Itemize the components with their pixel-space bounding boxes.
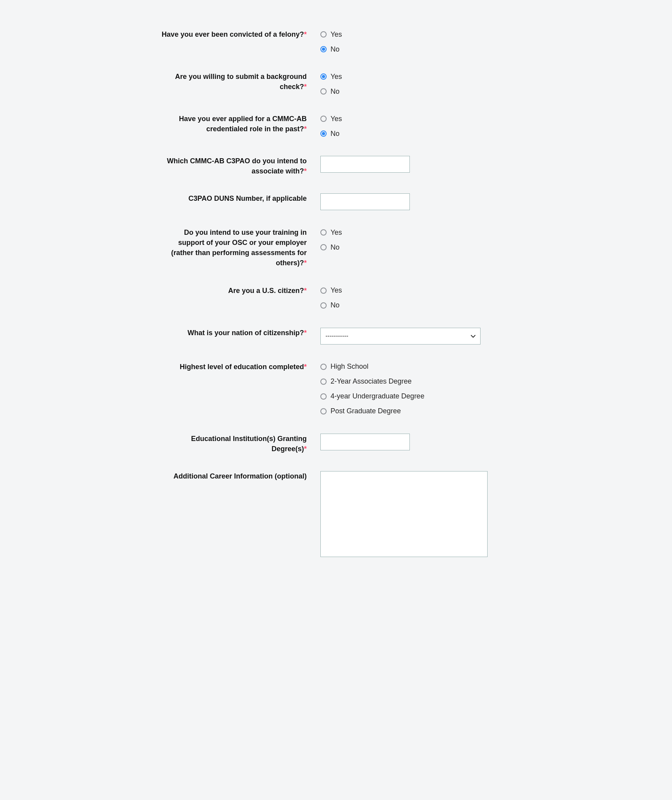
input-wrap-citizenship: ----------- [307, 328, 514, 345]
label-prior-cmmc: Have you ever applied for a CMMC-AB cred… [158, 114, 307, 134]
radio-label: 4-year Undergraduate Degree [331, 392, 424, 400]
row-us-citizen: Are you a U.S. citizen?* Yes No [158, 286, 514, 311]
radio-label: No [331, 130, 340, 138]
duns-input[interactable] [320, 193, 410, 210]
row-training-use: Do you intend to use your training in su… [158, 227, 514, 268]
required-mark: * [304, 363, 307, 371]
radio-icon [320, 31, 327, 38]
radio-label: High School [331, 362, 368, 371]
options-background-check: Yes No [307, 71, 514, 96]
options-felony: Yes No [307, 29, 514, 54]
select-value: ----------- [325, 332, 349, 339]
options-education-level: High School 2-Year Associates Degree 4-y… [307, 362, 514, 416]
row-c3pao: Which CMMC-AB C3PAO do you intend to ass… [158, 156, 514, 176]
radio-icon [320, 302, 327, 309]
required-mark: * [304, 83, 307, 91]
radio-label: No [331, 88, 340, 96]
radio-label: Yes [331, 286, 342, 295]
label-text: Highest level of education completed [180, 363, 304, 371]
label-duns: C3PAO DUNS Number, if applicable [158, 193, 307, 204]
radio-yes[interactable]: Yes [320, 114, 514, 124]
radio-postgraduate[interactable]: Post Graduate Degree [320, 406, 514, 416]
label-additional-info: Additional Career Information (optional) [158, 471, 307, 481]
radio-icon [320, 364, 327, 370]
row-prior-cmmc: Have you ever applied for a CMMC-AB cred… [158, 114, 514, 139]
radio-label: Yes [331, 115, 342, 123]
row-duns: C3PAO DUNS Number, if applicable [158, 193, 514, 210]
c3pao-input[interactable] [320, 156, 410, 173]
label-text: Have you ever been convicted of a felony… [162, 30, 304, 38]
row-citizenship: What is your nation of citizenship?* ---… [158, 328, 514, 345]
radio-icon [320, 229, 327, 236]
row-felony: Have you ever been convicted of a felony… [158, 29, 514, 54]
required-mark: * [304, 287, 307, 295]
radio-label: Post Graduate Degree [331, 407, 401, 415]
label-text: Educational Institution(s) Granting Degr… [191, 435, 307, 453]
required-mark: * [304, 445, 307, 453]
radio-icon [320, 88, 327, 95]
label-text: Are you willing to submit a background c… [175, 73, 307, 91]
radio-icon [320, 393, 327, 400]
radio-yes[interactable]: Yes [320, 71, 514, 82]
radio-no[interactable]: No [320, 129, 514, 139]
radio-label: No [331, 301, 340, 309]
label-background-check: Are you willing to submit a background c… [158, 71, 307, 92]
label-text: Which CMMC-AB C3PAO do you intend to ass… [167, 157, 307, 175]
radio-label: Yes [331, 73, 342, 81]
required-mark: * [304, 167, 307, 175]
options-training-use: Yes No [307, 227, 514, 252]
label-text: Are you a U.S. citizen? [228, 287, 304, 295]
radio-no[interactable]: No [320, 86, 514, 96]
radio-icon [320, 130, 327, 137]
radio-icon [320, 46, 327, 52]
label-text: Do you intend to use your training in su… [171, 229, 307, 267]
label-education-level: Highest level of education completed* [158, 362, 307, 372]
label-citizenship: What is your nation of citizenship?* [158, 328, 307, 338]
row-education-level: Highest level of education completed* Hi… [158, 362, 514, 416]
radio-yes[interactable]: Yes [320, 286, 514, 296]
input-wrap-additional-info [307, 471, 514, 559]
radio-associates[interactable]: 2-Year Associates Degree [320, 377, 514, 387]
radio-label: No [331, 243, 340, 252]
radio-label: No [331, 45, 340, 54]
additional-info-textarea[interactable] [320, 471, 488, 557]
label-felony: Have you ever been convicted of a felony… [158, 29, 307, 39]
radio-icon [320, 244, 327, 250]
input-wrap-duns [307, 193, 514, 210]
chevron-down-icon [471, 333, 475, 339]
radio-high-school[interactable]: High School [320, 362, 514, 372]
required-mark: * [304, 125, 307, 133]
label-text: Additional Career Information (optional) [173, 472, 307, 480]
radio-no[interactable]: No [320, 300, 514, 311]
options-us-citizen: Yes No [307, 286, 514, 311]
options-prior-cmmc: Yes No [307, 114, 514, 139]
radio-icon [320, 116, 327, 122]
input-wrap-institution [307, 434, 514, 450]
radio-label: Yes [331, 229, 342, 237]
form: Have you ever been convicted of a felony… [158, 29, 514, 559]
citizenship-select[interactable]: ----------- [320, 328, 481, 345]
radio-no[interactable]: No [320, 242, 514, 252]
required-mark: * [304, 30, 307, 38]
institution-input[interactable] [320, 434, 410, 450]
label-text: Have you ever applied for a CMMC-AB cred… [179, 115, 307, 133]
label-text: What is your nation of citizenship? [188, 329, 304, 337]
required-mark: * [304, 259, 307, 267]
radio-icon [320, 73, 327, 80]
radio-label: Yes [331, 30, 342, 39]
radio-no[interactable]: No [320, 44, 514, 54]
label-c3pao: Which CMMC-AB C3PAO do you intend to ass… [158, 156, 307, 176]
radio-icon [320, 408, 327, 414]
radio-icon [320, 379, 327, 385]
radio-yes[interactable]: Yes [320, 29, 514, 39]
row-background-check: Are you willing to submit a background c… [158, 71, 514, 96]
radio-undergraduate[interactable]: 4-year Undergraduate Degree [320, 391, 514, 402]
radio-icon [320, 288, 327, 294]
input-wrap-c3pao [307, 156, 514, 173]
label-training-use: Do you intend to use your training in su… [158, 227, 307, 268]
row-institution: Educational Institution(s) Granting Degr… [158, 434, 514, 454]
label-text: C3PAO DUNS Number, if applicable [188, 195, 307, 202]
label-us-citizen: Are you a U.S. citizen?* [158, 286, 307, 296]
radio-yes[interactable]: Yes [320, 227, 514, 238]
required-mark: * [304, 329, 307, 337]
